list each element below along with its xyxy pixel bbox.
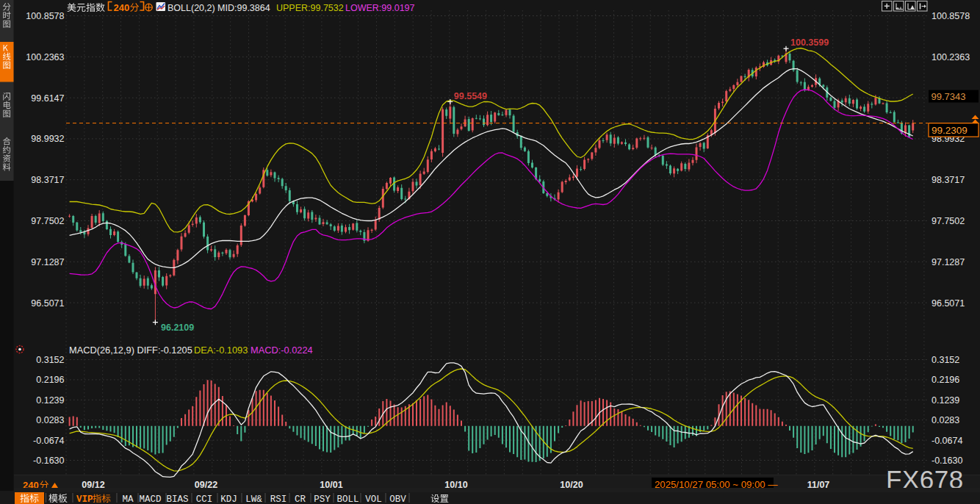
svg-text:99.2309: 99.2309 [932, 125, 968, 136]
svg-text:LW&: LW& [245, 494, 262, 504]
svg-text:99.7343: 99.7343 [932, 91, 966, 102]
svg-text:100.8578: 100.8578 [932, 11, 970, 21]
svg-text:0.3152: 0.3152 [36, 355, 64, 365]
svg-text:0.2196: 0.2196 [36, 375, 64, 385]
svg-text:MACD: MACD [139, 494, 161, 504]
svg-text:MACD:-0.0224: MACD:-0.0224 [251, 345, 313, 356]
svg-text:OBV: OBV [389, 494, 406, 504]
svg-text:MA: MA [122, 494, 134, 504]
svg-text:VIP: VIP [76, 494, 93, 504]
svg-text:98.3717: 98.3717 [31, 175, 64, 185]
svg-text:CCI: CCI [196, 494, 213, 504]
svg-text:VOL: VOL [365, 494, 382, 504]
svg-text:97.7502: 97.7502 [932, 216, 965, 226]
svg-text:BOLL: BOLL [336, 494, 359, 504]
svg-text:KDJ: KDJ [220, 494, 237, 504]
svg-text:100.8578: 100.8578 [26, 11, 64, 21]
svg-text:99.5549: 99.5549 [454, 91, 487, 101]
svg-text:0.3152: 0.3152 [932, 355, 959, 365]
svg-text:97.7502: 97.7502 [31, 216, 64, 226]
svg-text:BIAS: BIAS [166, 494, 188, 504]
svg-text:-0.1630: -0.1630 [33, 456, 64, 466]
svg-text:-0.0674: -0.0674 [33, 436, 64, 446]
svg-text:97.1287: 97.1287 [31, 257, 64, 267]
svg-text:100.2363: 100.2363 [26, 52, 64, 62]
svg-text:BOLL(20,2) MID:99.3864: BOLL(20,2) MID:99.3864 [167, 3, 270, 13]
svg-text:PSY: PSY [314, 494, 331, 504]
svg-text:RSI: RSI [270, 494, 287, 504]
svg-text:98.9932: 98.9932 [31, 134, 64, 144]
svg-text:-0.0674: -0.0674 [932, 436, 962, 446]
svg-text:CR: CR [295, 494, 306, 504]
svg-text:MACD(26,12,9) DIFF:-0.1205: MACD(26,12,9) DIFF:-0.1205 [69, 345, 192, 356]
svg-text:DEA:-0.1093: DEA:-0.1093 [194, 345, 248, 356]
svg-text:98.3717: 98.3717 [932, 175, 965, 185]
svg-text:LOWER:99.0197: LOWER:99.0197 [345, 3, 415, 13]
svg-text:0.2196: 0.2196 [932, 375, 959, 385]
svg-text:0.1239: 0.1239 [932, 395, 959, 406]
svg-text:96.5071: 96.5071 [31, 298, 64, 309]
svg-text:96.5071: 96.5071 [932, 298, 965, 309]
svg-text:97.1287: 97.1287 [932, 257, 965, 267]
svg-text:0.1239: 0.1239 [36, 395, 64, 406]
svg-text:-0.1630: -0.1630 [932, 456, 962, 466]
svg-text:240: 240 [114, 2, 130, 13]
svg-text:100.2363: 100.2363 [932, 52, 970, 62]
svg-text:UPPER:99.7532: UPPER:99.7532 [276, 3, 344, 13]
svg-text:0.0283: 0.0283 [36, 415, 64, 425]
svg-text:99.6147: 99.6147 [31, 93, 64, 104]
svg-text:96.2109: 96.2109 [161, 323, 194, 333]
svg-text:0.0283: 0.0283 [932, 415, 959, 425]
svg-text:100.3599: 100.3599 [790, 37, 829, 48]
